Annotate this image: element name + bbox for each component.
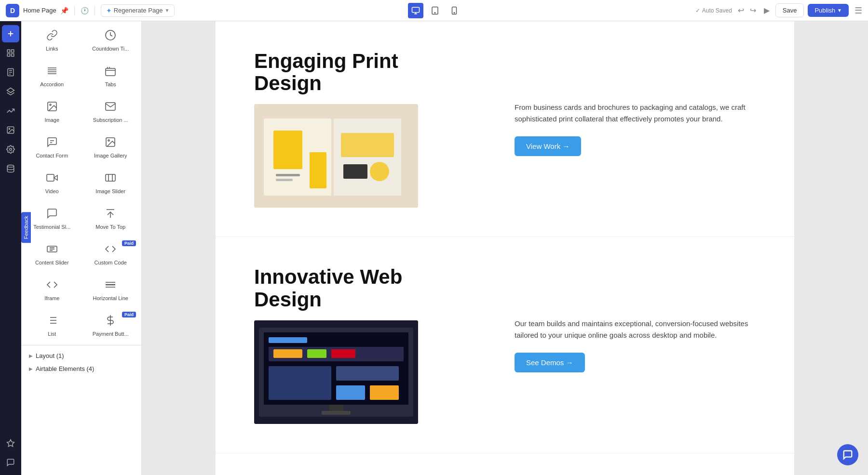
iframe-icon [46, 279, 58, 292]
tabs-icon [105, 65, 116, 79]
svg-rect-63 [276, 174, 300, 176]
web-design-image [254, 320, 418, 424]
svg-rect-0 [412, 7, 420, 13]
svg-rect-27 [106, 68, 115, 76]
svg-rect-58 [273, 131, 302, 169]
svg-rect-73 [269, 366, 331, 400]
countdown-label: Countdown Ti... [92, 46, 129, 52]
regenerate-button[interactable]: ✦ Regenerate Page ▼ [101, 4, 175, 17]
third-section-hint: Str... [216, 453, 794, 475]
widget-testimonial[interactable]: Testimonial Sl... [23, 201, 81, 236]
publish-button[interactable]: Publish ▼ [808, 4, 849, 17]
mobile-device-button[interactable] [447, 3, 462, 18]
widget-move-to-top[interactable]: Move To Top [82, 201, 140, 236]
svg-rect-75 [336, 385, 365, 400]
svg-point-6 [454, 12, 455, 13]
svg-rect-11 [7, 54, 10, 56]
web-design-section: Innovative Web Design [216, 237, 794, 453]
widget-list[interactable]: List [23, 308, 81, 343]
payment-icon [105, 315, 116, 328]
payment-label: Payment Butt... [93, 331, 129, 337]
publish-caret-icon: ▼ [837, 8, 842, 13]
widget-image-slider[interactable]: Image Slider [82, 166, 140, 200]
icon-rail [0, 21, 21, 475]
print-design-left: Engaging Print Design [254, 50, 495, 208]
rail-add-icon[interactable] [2, 25, 19, 42]
rail-database-icon[interactable] [2, 160, 19, 177]
app-logo: D [6, 4, 19, 17]
web-design-description: Our team builds and maintains exceptiona… [515, 318, 756, 341]
svg-rect-12 [12, 54, 14, 56]
device-switcher [178, 3, 691, 18]
layout-footer-item[interactable]: ▶ Layout (1) [25, 349, 137, 362]
rail-settings-icon[interactable] [2, 141, 19, 158]
links-label: Links [46, 46, 58, 52]
svg-point-20 [10, 148, 12, 151]
undo-redo-group: ↩ ↪ [736, 4, 758, 17]
undo-button[interactable]: ↩ [736, 4, 746, 17]
regen-caret-icon: ▼ [165, 8, 170, 13]
rail-layers-icon[interactable] [2, 83, 19, 100]
widget-accordion[interactable]: Accordion [23, 59, 81, 93]
widget-links[interactable]: Links [23, 23, 81, 58]
paid-badge-custom-code: Paid [122, 240, 136, 246]
web-design-cta-button[interactable]: See Demos → [515, 353, 585, 372]
print-design-cta-button[interactable]: View Work → [515, 136, 581, 156]
svg-rect-10 [12, 50, 14, 52]
accordion-icon [46, 65, 58, 79]
widget-horizontal-line[interactable]: Horizontal Line [82, 273, 140, 307]
preview-button[interactable]: ▶ [762, 4, 772, 17]
rail-media-icon[interactable] [2, 121, 19, 139]
rail-chat-icon[interactable] [2, 454, 19, 471]
topbar-right: ✓ Auto Saved ↩ ↪ ▶ Save Publish ▼ ☰ [695, 3, 862, 17]
image-icon [46, 101, 58, 114]
print-design-image [254, 104, 418, 208]
web-design-left: Innovative Web Design [254, 266, 495, 423]
chat-bubble-button[interactable] [837, 444, 858, 465]
main-layout: Feedback Links Countdown Ti... [0, 21, 868, 475]
widget-image[interactable]: Image [23, 94, 81, 129]
svg-rect-35 [47, 174, 54, 181]
widget-iframe[interactable]: Iframe [23, 273, 81, 307]
widget-tabs[interactable]: Tabs [82, 59, 140, 93]
web-design-right: Our team builds and maintains exceptiona… [515, 266, 756, 423]
countdown-icon [105, 29, 116, 43]
widget-countdown[interactable]: Countdown Ti... [82, 23, 140, 58]
svg-marker-34 [54, 175, 57, 180]
print-design-description: From business cards and brochures to pac… [515, 102, 756, 125]
rail-grid-icon[interactable] [2, 44, 19, 62]
subscription-icon [105, 101, 116, 114]
tablet-device-button[interactable] [427, 3, 443, 18]
rail-page-icon[interactable] [2, 64, 19, 81]
redo-button[interactable]: ↪ [748, 4, 758, 17]
widget-image-gallery[interactable]: Image Gallery [82, 130, 140, 165]
widget-subscription[interactable]: Subscription ... [82, 94, 140, 129]
history-icon[interactable]: 🕐 [81, 7, 89, 14]
rail-marketing-icon[interactable] [2, 102, 19, 119]
svg-point-33 [108, 140, 109, 141]
save-button[interactable]: Save [775, 3, 804, 17]
pin-icon[interactable]: 📌 [60, 7, 68, 14]
layout-footer-label: Layout (1) [36, 352, 64, 359]
svg-point-62 [370, 162, 389, 181]
widget-video[interactable]: Video [23, 166, 81, 200]
airtable-footer-item[interactable]: ▶ Airtable Elements (4) [25, 362, 137, 375]
move-to-top-label: Move To Top [95, 224, 125, 230]
widget-payment[interactable]: Paid Payment Butt... [82, 308, 140, 343]
image-label: Image [44, 117, 59, 123]
airtable-caret-icon: ▶ [29, 366, 33, 371]
rail-plugins-icon[interactable] [2, 435, 19, 452]
svg-rect-72 [331, 349, 355, 358]
airtable-footer-label: Airtable Elements (4) [36, 365, 94, 372]
widget-contact-form[interactable]: Contact Form [23, 130, 81, 165]
desktop-device-button[interactable] [408, 3, 423, 18]
widget-custom-code[interactable]: Paid Custom Code [82, 237, 140, 272]
hamburger-menu-icon[interactable]: ☰ [854, 5, 862, 16]
testimonial-label: Testimonial Sl... [33, 224, 70, 230]
image-gallery-icon [105, 136, 116, 150]
tabs-label: Tabs [105, 81, 116, 87]
divider [74, 6, 75, 15]
widget-content-slider[interactable]: Content Slider [23, 237, 81, 272]
svg-rect-74 [336, 366, 399, 381]
svg-rect-60 [341, 133, 394, 157]
